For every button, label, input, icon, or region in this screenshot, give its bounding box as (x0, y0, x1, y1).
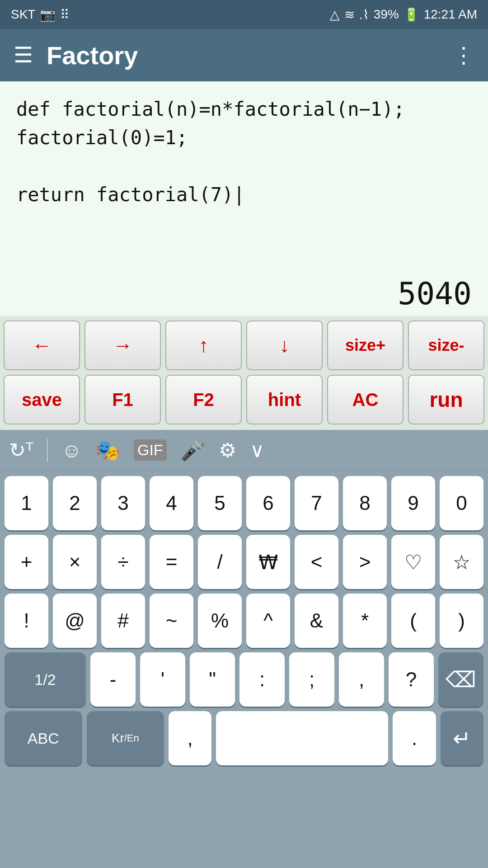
key-less[interactable]: < (295, 535, 338, 589)
keyboard-rows: 1 2 3 4 5 6 7 8 9 0 + × ÷ = / ₩ < > ♡ ☆ … (0, 471, 488, 868)
network-icon: △ (330, 7, 340, 22)
settings-icon[interactable]: ⚙ (219, 439, 236, 462)
key-multiply[interactable]: × (53, 535, 97, 589)
emoji-icon[interactable]: ☺ (61, 439, 82, 462)
keyboard-topbar: ↻ᵀ ☺ 🎭 GIF 🎤 ⚙ ∨ (0, 430, 488, 471)
key-comma[interactable]: , (169, 711, 211, 765)
keyboard-area: ↻ᵀ ☺ 🎭 GIF 🎤 ⚙ ∨ 1 2 3 4 5 6 7 8 9 0 + ×… (0, 430, 488, 868)
key-comma2[interactable]: , (339, 652, 384, 707)
down-arrow-btn[interactable]: ↓ (246, 321, 323, 370)
key-4[interactable]: 4 (150, 476, 193, 530)
key-star[interactable]: ☆ (440, 535, 483, 589)
key-enter[interactable]: ↵ (441, 711, 483, 765)
f1-btn[interactable]: F1 (84, 375, 161, 425)
key-semicolon[interactable]: ; (289, 652, 334, 707)
enter-icon: ↵ (453, 726, 471, 751)
key-7[interactable]: 7 (295, 476, 338, 530)
key-minus[interactable]: - (90, 652, 136, 707)
f2-btn[interactable]: F2 (165, 375, 242, 425)
key-8[interactable]: 8 (343, 476, 387, 530)
number-row: 1 2 3 4 5 6 7 8 9 0 (5, 476, 483, 530)
key-period[interactable]: . (393, 711, 436, 765)
key-at[interactable]: @ (53, 594, 97, 648)
status-right: △ ≋ .⌇ 39% 🔋 12:21 AM (330, 7, 477, 22)
key-greater[interactable]: > (343, 535, 387, 589)
wifi-icon: ≋ (344, 7, 355, 22)
key-rparen[interactable]: ) (440, 594, 483, 648)
key-0[interactable]: 0 (440, 476, 483, 530)
key-divide[interactable]: ÷ (101, 535, 145, 589)
sticker-icon[interactable]: 🎭 (95, 439, 120, 462)
key-tilde[interactable]: ~ (150, 594, 193, 648)
translate-icon[interactable]: ↻ᵀ (9, 439, 33, 462)
key-asterisk[interactable]: * (343, 594, 387, 648)
key-1[interactable]: 1 (5, 476, 48, 530)
save-btn[interactable]: save (4, 375, 80, 425)
key-colon[interactable]: : (239, 652, 285, 707)
key-percent[interactable]: % (198, 594, 242, 648)
key-plus[interactable]: + (5, 535, 48, 589)
carrier-text: SKT (11, 7, 35, 22)
key-half[interactable]: 1/2 (5, 652, 86, 707)
key-question[interactable]: ? (389, 652, 434, 707)
key-5[interactable]: 5 (198, 476, 242, 530)
mic-icon[interactable]: 🎤 (180, 439, 205, 462)
key-won[interactable]: ₩ (246, 535, 290, 589)
dots-icon: ⠿ (60, 7, 70, 22)
right-arrow-btn[interactable]: → (84, 321, 161, 370)
key-exclaim[interactable]: ! (5, 594, 48, 648)
hint-btn[interactable]: hint (246, 375, 323, 425)
key-6[interactable]: 6 (246, 476, 290, 530)
signal-icon: .⌇ (359, 7, 369, 22)
camera-icon: 📷 (40, 7, 56, 22)
battery-percent: 39% (374, 7, 399, 22)
up-arrow-btn[interactable]: ↑ (165, 321, 242, 370)
size-minus-btn[interactable]: size- (408, 321, 484, 370)
ac-btn[interactable]: AC (327, 375, 404, 425)
status-bar: SKT 📷 ⠿ △ ≋ .⌇ 39% 🔋 12:21 AM (0, 0, 488, 29)
collapse-icon[interactable]: ∨ (250, 439, 264, 462)
key-quote[interactable]: " (190, 652, 235, 707)
key-lparen[interactable]: ( (391, 594, 435, 648)
key-9[interactable]: 9 (391, 476, 435, 530)
key-3[interactable]: 3 (101, 476, 145, 530)
left-arrow-btn[interactable]: ← (4, 321, 80, 370)
punctuation-row: 1/2 - ' " : ; , ? ⌫ (5, 652, 483, 707)
key-slash[interactable]: / (198, 535, 242, 589)
code-text[interactable]: def factorial(n)=n*factorial(n−1); facto… (16, 95, 472, 209)
topbar-divider (47, 439, 48, 462)
key-hash[interactable]: # (101, 594, 145, 648)
key-space[interactable] (216, 711, 388, 765)
operator-row: + × ÷ = / ₩ < > ♡ ☆ (5, 535, 483, 589)
gif-icon[interactable]: GIF (134, 439, 167, 461)
backspace-key[interactable]: ⌫ (438, 652, 483, 707)
app-bar: ☰ Factory ⋮ (0, 29, 488, 81)
code-editor[interactable]: def factorial(n)=n*factorial(n−1); facto… (0, 81, 488, 271)
key-lang-switch[interactable]: Kr/En (87, 711, 164, 765)
key-2[interactable]: 2 (53, 476, 97, 530)
size-plus-btn[interactable]: size+ (327, 321, 404, 370)
symbol-row: ! @ # ~ % ^ & * ( ) (5, 594, 483, 648)
result-display: 5040 (0, 271, 488, 316)
key-apostrophe[interactable]: ' (140, 652, 185, 707)
bottom-row: ABC Kr/En , . ↵ (5, 711, 483, 765)
toolbar-row2: save F1 F2 hint AC run (0, 375, 488, 430)
more-options-icon[interactable]: ⋮ (453, 42, 474, 68)
key-equals[interactable]: = (150, 535, 193, 589)
time-display: 12:21 AM (424, 7, 477, 22)
run-btn[interactable]: run (408, 375, 484, 425)
key-caret[interactable]: ^ (246, 594, 290, 648)
menu-icon[interactable]: ☰ (14, 44, 33, 66)
key-heart[interactable]: ♡ (391, 535, 435, 589)
battery-icon: 🔋 (404, 7, 419, 22)
toolbar-row1: ← → ↑ ↓ size+ size- (0, 316, 488, 375)
backspace-icon: ⌫ (446, 667, 476, 692)
key-ampersand[interactable]: & (295, 594, 338, 648)
app-title: Factory (47, 41, 439, 70)
key-abc[interactable]: ABC (5, 711, 82, 765)
status-left: SKT 📷 ⠿ (11, 7, 70, 22)
